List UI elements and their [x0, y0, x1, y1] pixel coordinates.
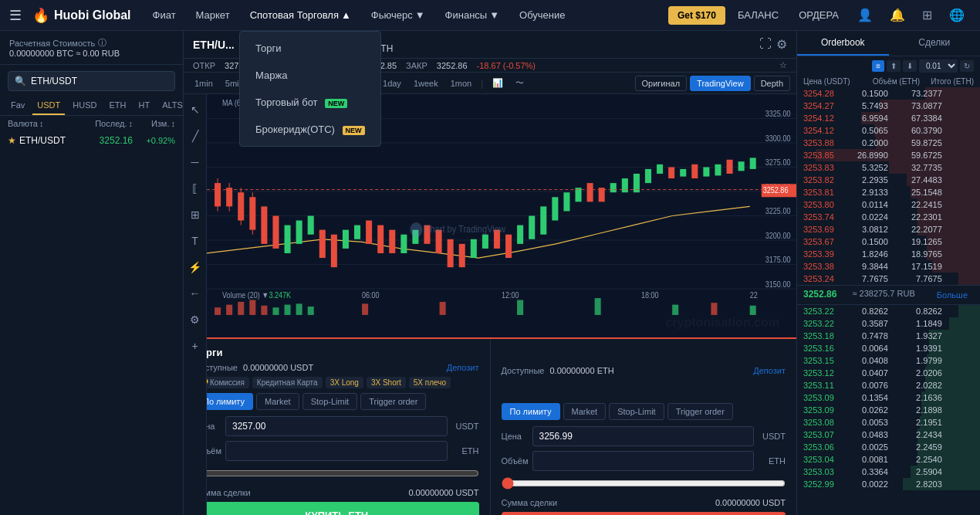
ob-buy-row[interactable]: 3253.12 0.0407 2.0206: [797, 367, 980, 379]
ob-sell-row[interactable]: 3253.38 9.3844 17.1519: [797, 260, 980, 273]
settings-tool[interactable]: ⚙: [186, 310, 204, 329]
ob-precision-select[interactable]: 0.01 0.1 1: [919, 59, 958, 73]
col-change[interactable]: Изм. ↕: [133, 119, 175, 128]
ob-sell-row[interactable]: 3253.69 3.0812 22.2077: [797, 223, 980, 235]
ob-buy-row[interactable]: 3253.09 0.1354 2.1636: [797, 391, 980, 404]
indicators-icon[interactable]: 〜: [511, 75, 529, 91]
market-row-eth[interactable]: ★ ETH/USDT 3252.16 +0.92%: [0, 131, 183, 150]
ob-both-btn[interactable]: ≡: [872, 60, 884, 72]
profile-icon[interactable]: 👤: [851, 8, 879, 22]
hamburger-icon[interactable]: ☰: [9, 7, 22, 24]
ob-sell-row[interactable]: 3253.83 5.3252 32.7735: [797, 161, 980, 174]
tab-fav[interactable]: Fav: [6, 97, 29, 115]
ob-buy-row[interactable]: 3253.07 0.0483 2.2434: [797, 429, 980, 441]
sell-slider[interactable]: [502, 477, 786, 490]
nav-finance[interactable]: Финансы ▼: [438, 9, 507, 21]
view-original[interactable]: Оригинал: [635, 76, 688, 91]
nav-market[interactable]: Маркет: [188, 9, 238, 21]
tab-eth[interactable]: ETH: [104, 97, 130, 115]
settings-icon[interactable]: ⚙: [776, 37, 787, 52]
text-tool[interactable]: T: [186, 232, 204, 250]
tf-1min[interactable]: 1min: [190, 76, 218, 90]
search-input[interactable]: [31, 76, 168, 86]
nav-spot[interactable]: Спотовая Торговля ▲: [242, 9, 359, 21]
orders-btn[interactable]: ОРДЕРА: [791, 9, 847, 21]
tf-1day[interactable]: 1day: [378, 76, 406, 90]
ob-sell-row[interactable]: 3254.12 6.9594 67.3384: [797, 112, 980, 124]
ob-sell-row[interactable]: 3254.12 0.5065 60.3790: [797, 124, 980, 137]
ob-buy-btn[interactable]: ⬇: [903, 60, 917, 72]
ob-more-link[interactable]: Больше: [931, 289, 974, 301]
buy-btn[interactable]: КУПИТЬ ETH: [194, 502, 479, 515]
col-last[interactable]: Послед. ↕: [79, 119, 133, 128]
line-tool[interactable]: ╱: [186, 127, 204, 145]
ob-buy-row[interactable]: 3252.99 0.0022 2.8203: [797, 478, 980, 490]
ob-buy-row[interactable]: 3253.03 0.3364 2.5904: [797, 466, 980, 478]
balance-btn[interactable]: БАЛАНС: [730, 9, 786, 21]
ob-sell-row[interactable]: 3253.82 2.2935 27.4483: [797, 174, 980, 186]
back-tool[interactable]: ←: [186, 284, 204, 303]
buy-price-input[interactable]: [225, 416, 448, 436]
ob-buy-row[interactable]: 3253.09 0.0262 2.1898: [797, 404, 980, 416]
ob-sell-row[interactable]: 3254.27 5.7493 73.0877: [797, 100, 980, 112]
bell-icon[interactable]: 🔔: [884, 8, 911, 22]
ob-buy-row[interactable]: 3253.18 0.7478 1.9327: [797, 330, 980, 342]
fullscreen-icon[interactable]: ⛶: [759, 37, 772, 52]
buy-tab-trigger[interactable]: Trigger order: [360, 393, 426, 410]
ob-sell-row[interactable]: 3253.39 1.8246 18.9765: [797, 248, 980, 260]
buy-amount-input[interactable]: [225, 441, 448, 461]
nav-education[interactable]: Обучение: [512, 9, 573, 21]
buy-tab-market[interactable]: Market: [256, 393, 299, 410]
sell-amount-input[interactable]: [532, 451, 755, 471]
ob-buy-row[interactable]: 3253.11 0.0076 2.0282: [797, 379, 980, 391]
ohlc-star-icon[interactable]: ☆: [779, 60, 787, 70]
cta-button[interactable]: Get $170: [668, 6, 725, 25]
channel-tool[interactable]: ⟦: [186, 179, 204, 198]
3x-long-tag[interactable]: 3X Long: [326, 377, 363, 388]
ob-buy-row[interactable]: 3253.22 0.3587 1.1849: [797, 317, 980, 330]
tab-orderbook[interactable]: Orderbook: [797, 31, 889, 56]
ob-refresh-btn[interactable]: ↻: [960, 60, 974, 72]
dropdown-otc[interactable]: Брокеридж(ОТС) NEW: [240, 116, 380, 143]
nav-futures[interactable]: Фьючерс ▼: [363, 9, 433, 21]
credit-card-tag[interactable]: Кредитная Карта: [252, 377, 323, 388]
5x-tag[interactable]: 5X плечо: [409, 377, 451, 388]
sell-tab-market[interactable]: Market: [563, 403, 607, 420]
tf-1mon[interactable]: 1mon: [446, 76, 477, 90]
ob-sell-row[interactable]: 3253.80 0.0114 22.2415: [797, 198, 980, 211]
buy-tab-stoplimit[interactable]: Stop-Limit: [302, 393, 358, 410]
ob-sell-row[interactable]: 3253.81 2.9133 25.1548: [797, 186, 980, 198]
nav-fiat[interactable]: Фиат: [145, 9, 184, 21]
cursor-tool[interactable]: ↖: [186, 100, 204, 119]
ob-buy-row[interactable]: 3253.04 0.0081 2.2540: [797, 453, 980, 466]
zoom-tool[interactable]: +: [186, 337, 204, 355]
sell-tab-stoplimit[interactable]: Stop-Limit: [609, 403, 664, 420]
chart-type-icon[interactable]: 📊: [488, 76, 508, 90]
col-currency[interactable]: Валюта ↕: [8, 119, 79, 128]
globe-icon[interactable]: 🌐: [943, 8, 971, 22]
ob-buy-row[interactable]: 3253.16 0.0064 1.9391: [797, 342, 980, 354]
ob-buy-row[interactable]: 3253.22 0.8262 0.8262: [797, 305, 980, 317]
measure-tool[interactable]: ⚡: [186, 258, 204, 276]
ob-sell-row[interactable]: 3253.24 7.7675 7.7675: [797, 273, 980, 285]
view-tradingview[interactable]: TradingView: [690, 76, 751, 91]
grid-icon[interactable]: ⊞: [916, 8, 938, 22]
tab-husd[interactable]: HUSD: [68, 97, 101, 115]
ob-buy-row[interactable]: 3253.06 0.0025 2.2459: [797, 441, 980, 453]
sell-deposit-link[interactable]: Депозит: [753, 366, 786, 375]
ob-sell-row[interactable]: 3254.28 0.1500 73.2377: [797, 87, 980, 100]
ob-sell-row[interactable]: 3253.74 0.0224 22.2301: [797, 211, 980, 223]
ob-sell-row[interactable]: 3253.67 0.1500 19.1265: [797, 235, 980, 248]
ob-buy-row[interactable]: 3253.15 0.0408 1.9799: [797, 354, 980, 367]
fib-tool[interactable]: ⊞: [186, 205, 204, 224]
dropdown-bot[interactable]: Торговый бот NEW: [240, 89, 380, 116]
buy-slider[interactable]: [194, 467, 479, 479]
dropdown-margin[interactable]: Маржа: [240, 62, 380, 89]
3x-short-tag[interactable]: 3X Short: [367, 377, 406, 388]
deposit-link[interactable]: Депозит: [447, 363, 479, 372]
tab-trades[interactable]: Сделки: [889, 31, 981, 56]
sell-btn[interactable]: ПРОДАТЬ ETH: [502, 512, 786, 515]
search-wrap[interactable]: 🔍: [8, 71, 175, 91]
tab-usdt[interactable]: USDT: [32, 97, 65, 115]
sell-tab-limit[interactable]: По лимиту: [502, 403, 560, 420]
